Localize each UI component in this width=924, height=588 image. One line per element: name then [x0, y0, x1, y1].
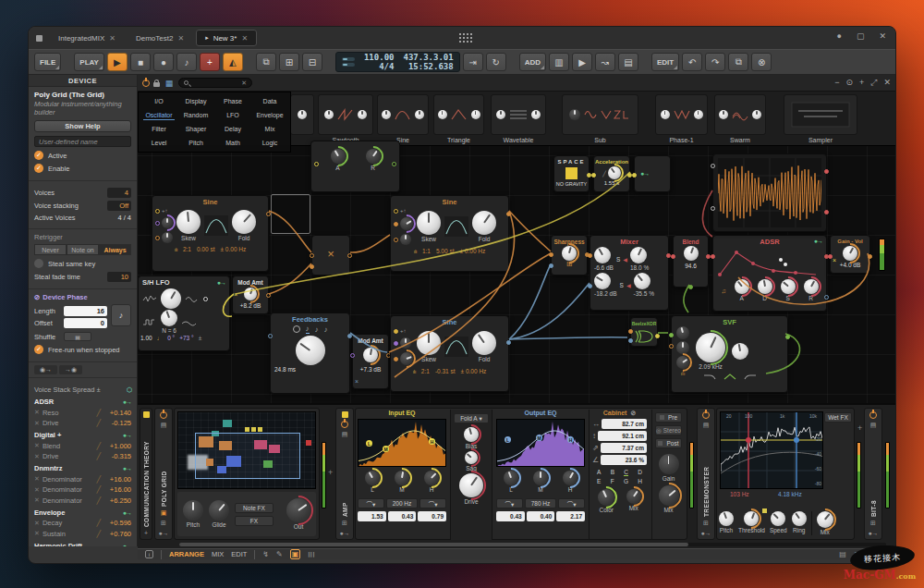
gate-icon[interactable]: ♫ — [721, 288, 725, 294]
color-knob[interactable] — [598, 489, 614, 506]
add-menu-button[interactable]: ADD — [519, 53, 546, 71]
sag-knob[interactable] — [465, 451, 478, 464]
skew-knob[interactable] — [417, 331, 441, 355]
eq-low-knob[interactable] — [365, 471, 380, 485]
insert-device-plus[interactable]: + — [857, 423, 862, 433]
tree-mix-knob[interactable] — [817, 511, 833, 528]
skew-knob[interactable] — [176, 210, 201, 234]
notification-icon[interactable]: ● — [837, 31, 842, 41]
high-q-value[interactable]: 0.79 — [418, 511, 446, 521]
modulators-icon[interactable]: ●→ — [158, 530, 168, 536]
port-in[interactable] — [669, 344, 674, 349]
automation-follow-icon[interactable]: ↯ — [262, 550, 269, 558]
port-in-2[interactable] — [628, 338, 633, 343]
steal-same-key-checkbox[interactable]: ✓ — [34, 259, 43, 268]
cutoff-knob[interactable] — [696, 333, 725, 362]
category-filter[interactable]: Filter — [150, 125, 168, 133]
category-data[interactable]: Data — [261, 97, 279, 105]
modulator-name[interactable]: ADSR — [34, 398, 54, 406]
retrigger-noteon[interactable]: Note on — [67, 244, 99, 255]
module-card-triangle[interactable] — [433, 94, 484, 135]
modulation-target-row[interactable]: ✕Decay╱+0.596 — [34, 519, 131, 527]
fold-mode-select[interactable]: Fold A▾ — [454, 413, 489, 423]
port-out-1[interactable] — [203, 297, 208, 301]
modulator-out-icon[interactable]: ●→ — [123, 432, 131, 438]
semitone-value[interactable]: -0.31 st — [435, 368, 456, 374]
stereo-button[interactable]: ◎ Stereo — [655, 425, 682, 435]
port-out-2[interactable] — [824, 210, 829, 214]
insert-device-plus[interactable]: + — [328, 468, 333, 477]
high-pitch-value[interactable]: 4.18 kHz — [778, 491, 802, 497]
low-shape-select[interactable]: ⌒▾ — [358, 498, 384, 508]
mid-q-value[interactable]: 0.43 — [388, 511, 417, 521]
note-mode-icon[interactable]: ♪ — [306, 325, 310, 334]
detune-value[interactable]: ± 0.00 Hz — [461, 368, 487, 374]
mod-routing-icon[interactable]: ılı — [414, 249, 417, 254]
project-tab-1[interactable]: IntegratedMIX ✕ — [50, 30, 124, 46]
zoom-out-icon[interactable]: − — [834, 78, 839, 88]
port-in[interactable] — [828, 254, 833, 259]
port-mod-x[interactable]: × — [234, 291, 237, 298]
port-in-2[interactable] — [588, 284, 592, 288]
modulator-name[interactable]: Dnmntrz — [34, 464, 62, 472]
device-power-icon[interactable] — [160, 411, 167, 419]
speed-knob[interactable] — [771, 511, 785, 526]
zoom-in-icon[interactable]: + — [859, 78, 864, 88]
close-tab-icon[interactable]: ✕ — [177, 34, 184, 43]
retrigger-never[interactable]: Never — [34, 244, 67, 255]
bit8-device-header[interactable]: ▤ BIT-8 ⊞ ●→ — [864, 408, 882, 540]
module-mixer[interactable]: Mixer -6.6 dB S ◀ 18.0 % -18.2 dB S ◀ -3… — [590, 235, 669, 311]
transport-display[interactable]: 110.00 4/4 437.3.3.01 15:52.638 — [335, 52, 460, 72]
modulation-target-row[interactable]: ✕Denominator╱+16.00 — [34, 485, 131, 494]
fold-knob[interactable] — [472, 331, 496, 355]
envelope-display[interactable] — [716, 247, 823, 278]
note-icon[interactable]: ♩ — [157, 335, 164, 341]
voice-stacking-value[interactable]: Off — [107, 201, 131, 211]
high-band-handle[interactable]: H — [567, 436, 574, 443]
show-help-button[interactable]: Show Help — [34, 120, 131, 132]
modulator-out-icon[interactable]: ●→ — [640, 170, 649, 177]
modulator-out-icon[interactable]: ●→ — [123, 543, 131, 547]
project-tab-2[interactable]: DemoTest2 ✕ — [128, 30, 192, 46]
modulator-out-icon[interactable]: ●→ — [814, 238, 822, 244]
category-delay[interactable]: Delay — [223, 125, 243, 133]
play-menu-button[interactable]: PLAY — [74, 53, 104, 71]
cab-model-g[interactable]: G — [624, 478, 628, 484]
decay-knob[interactable] — [758, 279, 772, 294]
port-in-1[interactable] — [588, 253, 592, 258]
port-out[interactable] — [506, 340, 511, 345]
detune-value[interactable]: ± 0.00 Hz — [220, 246, 246, 252]
modulation-in-tab[interactable]: →◉ — [59, 365, 82, 374]
eq-high-knob[interactable] — [424, 471, 439, 485]
mid-freq-value[interactable]: 200 Hz — [386, 498, 418, 508]
high-shape-select[interactable]: ⌒▾ — [419, 498, 446, 508]
maximize-icon[interactable]: ▢ — [857, 31, 865, 41]
view-edit[interactable]: EDIT — [231, 550, 247, 558]
threshold-knob[interactable] — [744, 511, 759, 526]
preset-folder-icon[interactable]: ▤ — [342, 431, 348, 438]
category-phase[interactable]: Phase — [222, 97, 244, 105]
info-icon[interactable]: i — [145, 550, 153, 558]
category-math[interactable]: Math — [224, 139, 242, 147]
port-in-1[interactable] — [711, 164, 715, 168]
port-fm[interactable] — [155, 236, 160, 240]
port-out[interactable] — [655, 334, 660, 338]
automation-write-button[interactable]: ♪ — [176, 53, 197, 71]
module-card-swarm[interactable] — [714, 94, 766, 135]
modulator-out-icon[interactable]: ●→ — [123, 465, 131, 472]
glide-knob[interactable] — [209, 500, 229, 521]
resonance-knob[interactable] — [732, 343, 748, 360]
low-pitch-value[interactable]: 103 Hz — [730, 491, 749, 497]
gain-1-knob[interactable] — [594, 247, 611, 263]
view-mix[interactable]: MIX — [212, 550, 224, 558]
port-out[interactable] — [347, 253, 352, 258]
port-out[interactable] — [868, 254, 872, 259]
time-value[interactable]: 15:52.638 — [408, 62, 454, 71]
ratio-value[interactable]: 1:1 — [422, 248, 431, 254]
spread-value[interactable]: +73 ° — [179, 335, 193, 341]
modulator-out-icon[interactable]: ●→ — [123, 398, 131, 405]
port-out[interactable] — [266, 293, 271, 298]
gain-2-knob[interactable] — [594, 273, 611, 289]
module-card-partial[interactable] — [290, 94, 314, 135]
cab-model-a[interactable]: A — [597, 469, 601, 476]
